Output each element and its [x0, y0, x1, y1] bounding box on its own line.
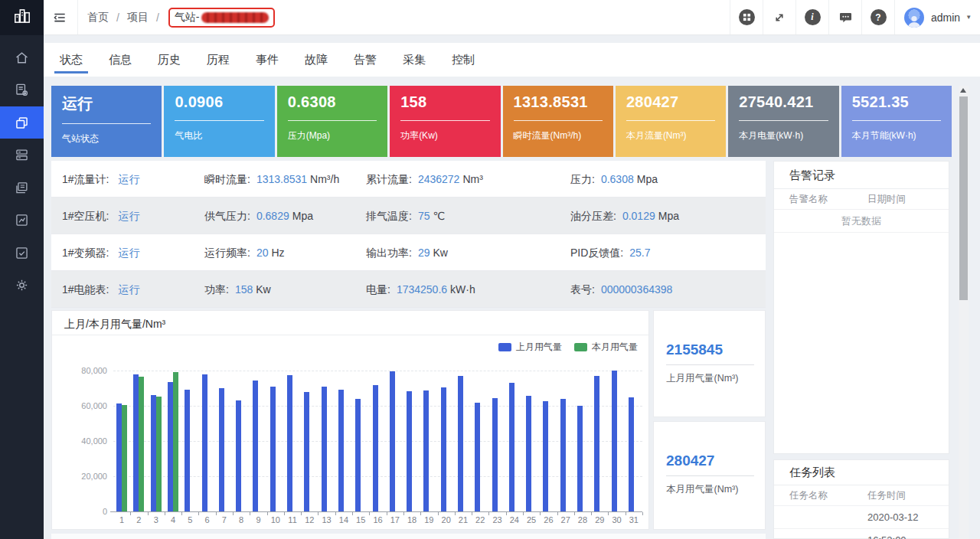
x-axis-tick: 28 [574, 515, 591, 524]
apps-icon[interactable] [730, 0, 763, 34]
bar-last-month-day-7[interactable] [219, 388, 224, 511]
bar-last-month-day-10[interactable] [270, 387, 276, 511]
bar-last-month-day-8[interactable] [236, 400, 241, 511]
bar-last-month-day-22[interactable] [475, 403, 480, 511]
tab-info[interactable]: 信息 [109, 43, 132, 77]
breadcrumb-station-redacted[interactable]: 气站- [168, 8, 276, 28]
bar-last-month-day-30[interactable] [612, 371, 617, 511]
bar-last-month-day-23[interactable] [492, 398, 498, 511]
device-name: 1#电能表: [62, 283, 109, 296]
device-status-link[interactable]: 运行 [118, 247, 139, 259]
bar-last-month-day-20[interactable] [441, 387, 446, 511]
bar-last-month-day-26[interactable] [543, 401, 548, 511]
stat-card-pressure: 0.6308 压力(Mpa) [277, 86, 387, 157]
bar-last-month-day-4[interactable] [168, 382, 173, 511]
bar-last-month-day-1[interactable] [116, 403, 122, 511]
bar-this-month-day-3[interactable] [156, 397, 162, 511]
device-status-link[interactable]: 运行 [118, 173, 139, 185]
breadcrumb-home[interactable]: 首页 [87, 11, 109, 24]
help-icon[interactable]: ? [861, 0, 894, 34]
bar-last-month-day-28[interactable] [577, 406, 583, 511]
bar-last-month-day-2[interactable] [133, 374, 139, 511]
info-icon[interactable]: i [795, 0, 828, 34]
scroll-up-arrow[interactable] [960, 88, 966, 93]
breadcrumb-separator: / [156, 11, 159, 24]
bar-last-month-day-16[interactable] [373, 385, 378, 511]
bar-last-month-day-9[interactable] [253, 381, 258, 511]
bar-last-month-day-14[interactable] [338, 390, 344, 511]
x-axis-tick: 25 [523, 515, 540, 524]
top-header: 首页 / 项目 / 气站- i [0, 0, 980, 35]
tab-journey[interactable]: 历程 [207, 43, 230, 77]
sidebar-item-settings[interactable] [0, 269, 44, 301]
x-axis-tick: 6 [199, 515, 216, 524]
x-axis-tick: 16 [370, 515, 387, 524]
x-axis-tick: 27 [557, 515, 574, 524]
sidebar-item-devices[interactable] [0, 139, 44, 171]
x-axis-tick: 20 [438, 515, 455, 524]
fullscreen-icon[interactable] [763, 0, 795, 34]
alarm-records-panel: 告警记录 告警名称 日期时间 暂无数据 [773, 161, 949, 454]
bar-last-month-day-15[interactable] [355, 399, 361, 511]
bar-last-month-day-17[interactable] [390, 371, 395, 511]
bar-last-month-day-12[interactable] [304, 392, 309, 511]
stat-card-month-flow: 280427 本月流量(Nm³) [616, 86, 726, 157]
stat-value: 280427 [626, 93, 715, 111]
gear-icon [14, 277, 30, 293]
tab-collection[interactable]: 采集 [403, 43, 426, 77]
stat-value: 158 [400, 93, 489, 111]
device-status-link[interactable]: 运行 [118, 283, 139, 296]
tab-history[interactable]: 历史 [158, 43, 181, 77]
collapse-sidebar-icon[interactable] [51, 9, 69, 26]
task-row[interactable]: 2020-03-12 16:53:00 [774, 506, 949, 529]
tab-control[interactable]: 控制 [452, 43, 475, 77]
bar-this-month-day-1[interactable] [122, 405, 127, 511]
stat-label: 瞬时流量(Nm³/h) [514, 129, 603, 142]
x-axis-tick: 9 [250, 515, 266, 524]
x-axis-tick: 24 [506, 515, 523, 524]
sidebar-item-pages[interactable] [0, 172, 44, 204]
bar-last-month-day-21[interactable] [458, 376, 463, 511]
sidebar-item-trend[interactable] [0, 204, 44, 236]
bar-last-month-day-5[interactable] [185, 390, 190, 511]
bar-last-month-day-6[interactable] [202, 374, 207, 511]
breadcrumb-project[interactable]: 项目 [127, 11, 149, 24]
bar-last-month-day-24[interactable] [509, 383, 514, 511]
message-icon[interactable] [828, 0, 861, 34]
bar-last-month-day-31[interactable] [629, 397, 634, 511]
bar-this-month-day-4[interactable] [173, 372, 178, 511]
app-logo[interactable] [0, 0, 44, 35]
sidebar-item-inspection[interactable] [0, 237, 44, 269]
x-axis-tick: 31 [626, 515, 642, 524]
tab-events[interactable]: 事件 [256, 43, 279, 77]
bar-last-month-day-11[interactable] [287, 375, 292, 511]
x-axis-tick: 4 [165, 515, 181, 524]
bar-last-month-day-18[interactable] [407, 391, 412, 511]
stat-label: 本月节能(kW·h) [852, 129, 941, 142]
bar-last-month-day-19[interactable] [423, 390, 429, 511]
stat-card-instant-flow: 1313.8531 瞬时流量(Nm³/h) [503, 86, 613, 157]
tab-faults[interactable]: 故障 [305, 43, 328, 77]
x-axis-tick: 17 [387, 515, 403, 524]
user-menu[interactable]: admin ▼ [894, 0, 980, 34]
x-axis-tick: 21 [455, 515, 472, 524]
device-status-link[interactable]: 运行 [118, 210, 139, 222]
sidebar-item-home[interactable] [0, 41, 44, 74]
scrollbar-thumb[interactable] [959, 96, 968, 300]
x-axis-tick: 18 [403, 515, 420, 524]
vertical-scrollbar[interactable] [959, 86, 969, 539]
bar-last-month-day-13[interactable] [322, 387, 327, 511]
x-axis-tick: 8 [233, 515, 250, 524]
sidebar-item-screens[interactable] [0, 106, 44, 139]
sidebar-item-report[interactable] [0, 74, 44, 106]
tab-alarms[interactable]: 告警 [354, 43, 377, 77]
bar-this-month-day-2[interactable] [139, 377, 144, 511]
bar-last-month-day-25[interactable] [526, 396, 531, 511]
summary-label: 本月用气量(Nm³) [666, 483, 738, 496]
x-axis-tick: 14 [335, 515, 352, 524]
alarm-empty-state: 暂无数据 [774, 210, 949, 233]
tab-status[interactable]: 状态 [60, 43, 83, 77]
bar-last-month-day-29[interactable] [594, 376, 599, 511]
bar-last-month-day-3[interactable] [151, 395, 156, 511]
bar-last-month-day-27[interactable] [560, 399, 566, 511]
